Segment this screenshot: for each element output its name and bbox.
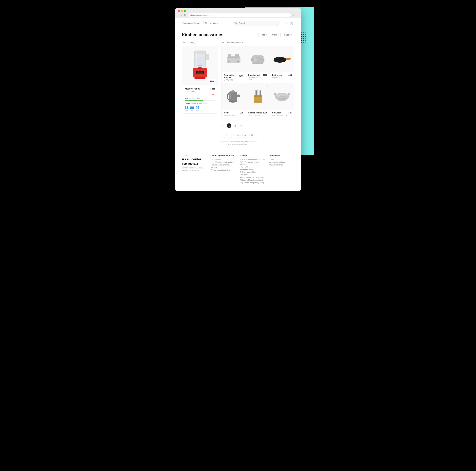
offer-product-price: 345$ [210,87,215,90]
email-icon[interactable]: ✉ [249,133,254,138]
maximize-window-button[interactable] [184,10,186,12]
url-bar[interactable] [188,13,291,17]
svg-rect-40 [255,90,255,96]
wishlist-button-pan[interactable]: ♡ [290,48,292,50]
wishlist-button-colander[interactable]: ♡ [290,85,292,88]
footer-link[interactable]: Orders [269,159,294,161]
footer-link[interactable]: How to buy in the online store? [240,159,265,161]
footer-link[interactable]: List of Synerise trade centers [211,161,236,163]
twitter-icon[interactable]: t [229,133,234,138]
svg-point-53 [275,93,289,97]
prev-page-button[interactable]: ← [221,123,225,128]
next-page-button[interactable]: → [251,123,255,128]
eshop-links: How to buy in the online store? FAQ - Fr… [240,159,265,184]
footer-link[interactable]: FAQ - Frequently asked questions [240,161,265,165]
svg-rect-2 [205,54,209,60]
page-2-button[interactable]: 2 [233,123,237,128]
offer-stock: Available pieces 20 [185,97,215,100]
footer-link[interactable]: Withdrawal from the contract [240,179,265,181]
all-products-dropdown[interactable]: All products ▾ [203,21,219,25]
googleplus-icon[interactable]: g+ [236,133,240,138]
svg-point-58 [285,97,286,97]
brand-name-synerise: Synerise [182,22,193,25]
new-tab-button[interactable]: + [292,13,295,17]
cart-button[interactable]: 🛒 [289,21,294,25]
svg-marker-49 [260,90,261,91]
offer-card: -30% Kitchen robot 345$ KRTYK-455S 80$ [182,46,218,114]
footer-link[interactable]: Payment methods [240,168,265,170]
svg-marker-45 [255,89,255,90]
filter-bar: Price ▾ Color ▾ Pattern ▾ [258,33,294,37]
footer-contact: Contact A call center 800 800 011 Monday… [182,154,207,184]
svg-rect-12 [195,57,205,66]
facebook-icon[interactable]: f [222,133,227,138]
contact-phone: 800 800 011 [182,162,207,166]
footer-link[interactable]: My account settings [269,161,294,163]
svg-rect-44 [260,91,261,96]
product-name-kettle: Kettle [224,112,229,114]
price-filter-button[interactable]: Price ▾ [258,33,269,37]
footer-link[interactable]: Returns and exchange [211,164,236,166]
search-icon: 🔍 [235,22,237,24]
store-address: Synerise Ecommerce Washington Street 582… [182,140,294,146]
page-4-button[interactable]: 4 [245,123,249,128]
more-menu-button[interactable]: ··· [284,21,288,25]
stock-label: Available pieces 20 [185,97,215,99]
chevron-down-icon: ▾ [278,34,278,36]
footer-link[interactable]: Delivery cost address [240,171,265,173]
back-button[interactable]: ‹ [178,13,180,17]
footer-link[interactable]: FAQ - Deli [240,166,265,168]
browser-nav-buttons: ‹ › ↻ [178,13,187,17]
search-input[interactable] [233,21,279,26]
wishlist-button-knives[interactable]: ♡ [266,85,268,88]
offer-product-name: Kitchen robot [185,87,200,90]
reload-button[interactable]: ↻ [183,13,187,17]
svg-point-63 [280,99,281,100]
linkedin-icon[interactable]: in [242,133,247,138]
offer-section-label: Offer of the day [182,41,218,44]
color-filter-button[interactable]: Color ▾ [270,33,281,37]
account-links: Orders My account settings Password chan… [269,159,294,166]
countdown-seconds: 45 sec [195,106,199,112]
wishlist-button-toaster[interactable]: ♡ [242,48,244,50]
promotion-label: The promotion is time-limited [185,103,215,105]
colander-image [274,91,290,102]
footer-link[interactable]: Regulations and privacy policy [240,182,265,184]
pattern-filter-button[interactable]: Pattern ▾ [282,33,294,37]
close-window-button[interactable] [178,10,180,12]
footer-link[interactable]: Password change [269,164,294,166]
product-price-kettle: 23$ [240,112,243,114]
minimize-window-button[interactable] [181,10,183,12]
footer-link[interactable]: Size tables [240,174,265,176]
page-1-button[interactable]: 1 [227,123,231,128]
page-content: Kitchen accessories Price ▾ Color ▾ Patt… [175,28,301,191]
product-image-wrap-pan: ♡ [270,46,294,72]
footer-link[interactable]: List all stores [211,159,236,161]
browser-window: ‹ › ↻ + ··· SyneriseStore All products ▾ [175,8,301,191]
footer-link[interactable]: Return and exchange of goods [240,176,265,178]
svg-point-64 [282,99,282,100]
product-info-knives: Kitchen knives 123$ KK9088ZXKOB-D99B [246,110,270,119]
svg-rect-24 [263,58,264,61]
wishlist-button-kettle[interactable]: ♡ [242,85,244,88]
svg-rect-19 [227,63,240,64]
svg-marker-47 [257,89,258,90]
toaster-image [226,53,241,65]
wishlist-button-pot[interactable]: ♡ [266,48,268,50]
svg-rect-32 [229,92,237,102]
svg-point-26 [252,63,263,64]
footer-link[interactable]: Pricing on pricing policy [211,169,236,171]
browser-menu-button[interactable]: ··· [296,14,298,16]
page-3-button[interactable]: 3 [239,123,243,128]
svg-rect-35 [230,93,231,99]
address-line2: 10601 NEW YORK, USA [182,143,294,146]
forward-button[interactable]: › [181,13,183,17]
page-header: Kitchen accessories Price ▾ Color ▾ Patt… [182,32,294,37]
footer-link[interactable]: Service [211,166,236,168]
product-price-toaster: 345$ [239,75,243,78]
color-filter-label: Color [272,34,277,36]
svg-rect-42 [257,90,258,96]
svg-point-31 [276,58,279,59]
svg-marker-46 [256,90,257,91]
svg-rect-21 [257,55,259,56]
